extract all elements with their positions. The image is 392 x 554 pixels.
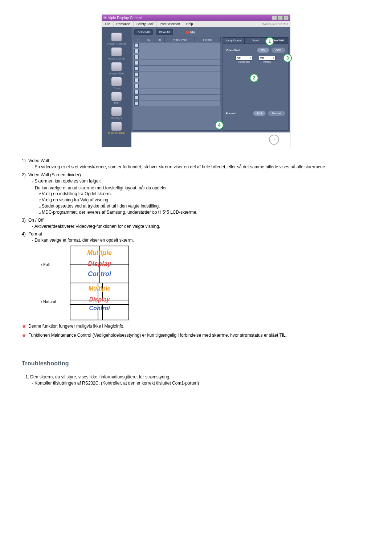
minimize-icon[interactable]: _ — [272, 16, 277, 20]
table-row[interactable] — [133, 66, 221, 71]
table-row[interactable] — [133, 42, 221, 48]
close-icon[interactable]: × — [283, 16, 289, 20]
table-row[interactable] — [133, 60, 221, 66]
pip-icon — [111, 92, 122, 101]
video-wall-label: Video Wall — [226, 49, 240, 52]
col-signal: ◉ — [155, 37, 165, 42]
horizontal-select[interactable]: Off — [236, 56, 252, 61]
menu-help[interactable]: Help — [183, 21, 196, 27]
format-natural-label: Natural — [39, 283, 70, 320]
menu-file[interactable]: File — [102, 21, 114, 27]
row-checkbox[interactable] — [134, 78, 139, 82]
sidebar-item-image-size[interactable]: Image Size — [102, 62, 131, 75]
main-area: Select All Clear All Idle ✓ ID ◉ Video W… — [131, 27, 290, 147]
star-icon: ★ — [22, 332, 28, 338]
row-checkbox[interactable] — [134, 72, 139, 77]
col-checkbox[interactable]: ✓ — [133, 37, 143, 42]
sidebar-item-time[interactable]: Time — [102, 77, 131, 90]
row-checkbox[interactable] — [134, 95, 139, 100]
sidebar-item-pip[interactable]: PIP — [102, 92, 131, 105]
app-body: Power Control Input Source Image Size Ti… — [102, 27, 290, 147]
item-4-title: Format — [28, 231, 42, 237]
format-examples: Full Multiple Display Control Natural Mu… — [39, 246, 129, 320]
row-checkbox[interactable] — [134, 90, 139, 94]
input-icon — [111, 48, 122, 56]
row-checkbox[interactable] — [134, 55, 139, 59]
menubar: File Remocon Safety Lock Port Selection … — [102, 21, 290, 27]
marker-4: 4 — [215, 121, 224, 130]
brand-label: SAMSUNG DIGITall — [262, 22, 290, 26]
menu-remocon[interactable]: Remocon — [114, 21, 134, 27]
table-row[interactable] — [133, 71, 221, 77]
row-checkbox[interactable] — [134, 49, 139, 53]
menu-safety-lock[interactable]: Safety Lock — [134, 21, 157, 27]
off-button[interactable]: OFF — [271, 48, 285, 53]
item-2-title: Video Wall (Screen divider) — [28, 172, 81, 177]
app-window: Multiple Display Control _ □ × File Remo… — [102, 15, 290, 147]
window-title: Multiple Display Control — [103, 16, 142, 20]
item-3-desc: - Aktiverer/deaktiverer Videovæg-funktio… — [32, 223, 370, 230]
horizontal-label: Horizontal — [236, 61, 252, 63]
vertical-label: Vertical — [259, 61, 275, 63]
settings-icon — [111, 107, 122, 116]
table-row[interactable] — [133, 95, 221, 100]
select-all-button[interactable]: Select All — [134, 29, 153, 35]
sidebar: Power Control Input Source Image Size Ti… — [102, 27, 131, 147]
sidebar-item-settings[interactable]: Settings — [102, 107, 131, 120]
item-2-z2: Vælg en visning fra Valg af visning. — [39, 197, 370, 203]
natural-button[interactable]: Natural — [268, 111, 285, 116]
item-2-z4: MDC-programmet, der leveres af Samsung, … — [39, 209, 370, 216]
row-checkbox[interactable] — [134, 43, 139, 48]
format-label: Format — [226, 112, 236, 115]
idle-indicator: Idle — [186, 30, 196, 34]
troubleshooting-heading: Troubleshooting — [22, 360, 370, 367]
col-format: Format — [195, 37, 221, 42]
format-natural-image: Multiple Display Control — [70, 283, 128, 320]
documentation: 1)Video Wall - En videovæg er et sæt vid… — [22, 158, 370, 386]
tab-lamp-control[interactable]: Lamp Control — [223, 37, 245, 44]
table-row[interactable] — [133, 48, 221, 54]
col-video-wall: Video Wall — [165, 37, 195, 42]
status-bar: ! — [131, 132, 290, 147]
vertical-select[interactable]: Off — [259, 56, 275, 61]
table-row[interactable] — [133, 100, 221, 106]
marker-2: 2 — [250, 74, 258, 82]
item-4-desc: - Du kan vælge et format, der viser en o… — [32, 237, 370, 243]
table-row[interactable] — [133, 54, 221, 60]
maintenance-icon — [111, 122, 122, 131]
item-2-desc2: Du kan vælge et antal skærme med forskel… — [35, 185, 370, 191]
row-checkbox[interactable] — [134, 101, 139, 106]
tab-scroll[interactable]: Scroll — [245, 37, 266, 44]
time-icon — [111, 77, 122, 86]
sidebar-item-power[interactable]: Power Control — [102, 33, 131, 45]
window-controls: _ □ × — [272, 16, 289, 20]
table-row[interactable] — [133, 83, 221, 89]
star-icon: ★ — [22, 323, 28, 329]
full-button[interactable]: Full — [253, 111, 266, 116]
item-2-z3: Stedet opsættes ved at trykke på et tal … — [39, 203, 370, 209]
row-checkbox[interactable] — [134, 61, 139, 65]
info-icon[interactable]: ! — [269, 135, 279, 145]
on-button[interactable]: ON — [257, 48, 269, 53]
table-row[interactable] — [133, 77, 221, 83]
app-screenshot: Multiple Display Control _ □ × File Remo… — [102, 15, 290, 147]
row-checkbox[interactable] — [134, 84, 139, 88]
display-grid: ✓ ID ◉ Video Wall Format — [133, 37, 221, 131]
format-full-label: Full — [39, 246, 70, 283]
marker-3: 3 — [283, 54, 292, 62]
menu-port-selection[interactable]: Port Selection — [157, 21, 183, 27]
menus: File Remocon Safety Lock Port Selection … — [102, 21, 196, 27]
row-checkbox[interactable] — [134, 66, 139, 71]
ts-item-1-sub: - Kontoller tilslutningen af RS232C. (Ko… — [32, 380, 370, 386]
clear-all-button[interactable]: Clear All — [156, 29, 173, 35]
item-3-title: On / Off — [28, 218, 44, 223]
sidebar-item-input[interactable]: Input Source — [102, 48, 131, 60]
item-1-title: Video Wall — [28, 158, 49, 163]
maximize-icon[interactable]: □ — [278, 16, 283, 20]
titlebar: Multiple Display Control _ □ × — [102, 15, 290, 21]
col-id: ID — [143, 37, 155, 42]
sidebar-item-maintenance[interactable]: Maintenance — [102, 122, 131, 135]
item-2-desc: - Skærmen kan opdeles som følger: — [32, 178, 370, 184]
table-row[interactable] — [133, 89, 221, 95]
power-icon — [111, 33, 122, 41]
